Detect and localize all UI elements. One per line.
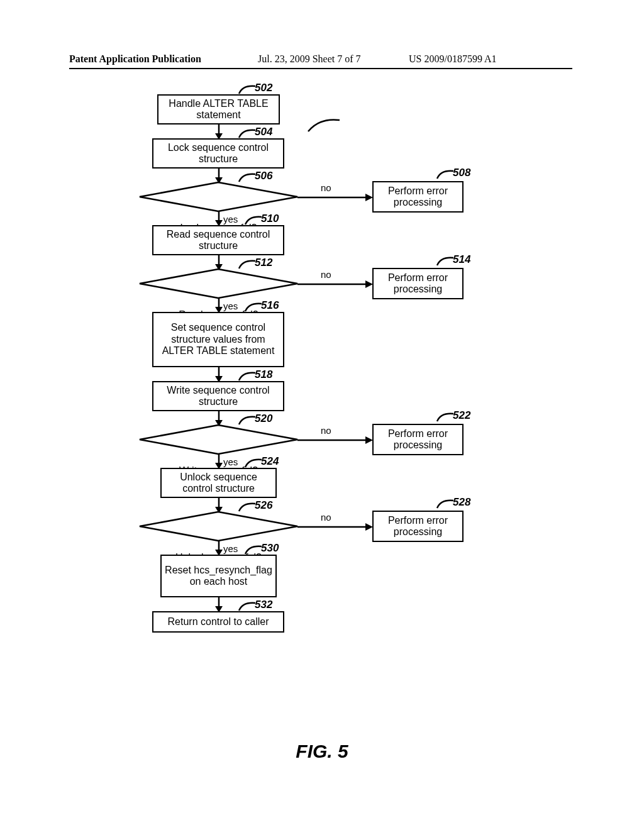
figure-caption: FIG. 5 <box>0 741 644 762</box>
leader-512-icon <box>238 258 257 270</box>
arrow-526-530 <box>214 541 224 556</box>
ref-522: 522 <box>453 409 470 422</box>
node-514: Perform error processing <box>372 268 464 299</box>
leader-508-icon <box>436 169 455 180</box>
ref-520: 520 <box>255 412 272 425</box>
ref-504: 504 <box>255 126 272 138</box>
ref-502: 502 <box>255 82 272 94</box>
node-524: Unlock sequence control structure <box>160 468 277 498</box>
node-506: Lock successful? <box>138 181 299 213</box>
leader-510-icon <box>244 214 263 226</box>
leader-528-icon <box>436 498 455 509</box>
svg-marker-11 <box>140 269 297 298</box>
ref-526: 526 <box>255 499 272 512</box>
node-526: Unlock successful? <box>138 511 299 542</box>
node-530: Reset hcs_resynch_flag on each host <box>160 555 277 597</box>
arrow-520-524 <box>214 454 224 469</box>
ref-506: 506 <box>255 170 272 182</box>
svg-marker-27 <box>140 512 297 541</box>
leader-514-icon <box>436 255 455 267</box>
leader-504-icon <box>238 128 257 139</box>
arrow-506-508 <box>297 192 373 202</box>
ref-516: 516 <box>261 299 279 312</box>
label-no-520: no <box>321 425 331 436</box>
label-no-526: no <box>321 512 331 523</box>
leader-518-icon <box>238 370 257 382</box>
ref-524: 524 <box>261 455 279 468</box>
node-520: Write successful? <box>138 424 299 455</box>
ref-514: 514 <box>453 253 470 266</box>
leader-530-icon <box>244 544 263 555</box>
label-yes-512: yes <box>223 301 238 311</box>
node-508: Perform error processing <box>372 181 464 213</box>
node-516: Set sequence control structure values fr… <box>152 312 284 367</box>
ref-532: 532 <box>255 599 272 611</box>
ref-508: 508 <box>453 167 470 179</box>
label-no-506: no <box>321 182 331 193</box>
leader-524-icon <box>244 457 263 468</box>
arrow-516-518 <box>214 367 224 382</box>
node-522: Perform error processing <box>372 424 464 455</box>
arrow-512-516 <box>214 298 224 313</box>
arrow-530-532 <box>214 597 224 612</box>
header-rule <box>69 68 572 69</box>
label-no-512: no <box>321 269 331 280</box>
arrow-512-514 <box>297 279 373 289</box>
ref-528: 528 <box>453 496 470 509</box>
ref-512: 512 <box>255 257 272 269</box>
leader-532-icon <box>238 600 257 612</box>
leader-526-icon <box>238 501 257 512</box>
label-yes-506: yes <box>223 214 238 224</box>
leader-522-icon <box>436 411 455 423</box>
svg-marker-20 <box>140 425 297 454</box>
ref-518: 518 <box>255 368 272 381</box>
header-middle: Jul. 23, 2009 Sheet 7 of 7 <box>258 53 361 65</box>
page-header: Patent Application Publication Jul. 23, … <box>69 53 572 65</box>
stray-curve-icon <box>307 116 341 135</box>
arrow-520-522 <box>297 435 373 445</box>
arrow-526-528 <box>297 522 373 532</box>
ref-510: 510 <box>261 213 279 225</box>
node-502: Handle ALTER TABLE statement <box>157 94 280 124</box>
node-518: Write sequence control structure <box>152 381 284 411</box>
flowchart: Handle ALTER TABLE statement 502 Lock se… <box>126 82 516 736</box>
svg-marker-4 <box>140 182 297 211</box>
label-yes-520: yes <box>223 456 238 467</box>
header-left: Patent Application Publication <box>69 53 201 64</box>
arrow-506-510 <box>214 211 224 226</box>
node-512: Read successful? <box>138 268 299 299</box>
arrow-502-504 <box>214 124 224 140</box>
node-504: Lock sequence control structure <box>152 138 284 169</box>
leader-516-icon <box>244 301 263 313</box>
node-510: Read sequence control structure <box>152 225 284 255</box>
header-right: US 2009/0187599 A1 <box>409 53 497 65</box>
node-528: Perform error processing <box>372 511 464 542</box>
ref-530: 530 <box>261 542 279 555</box>
node-532: Return control to caller <box>152 611 284 633</box>
leader-502-icon <box>238 84 257 95</box>
label-yes-526: yes <box>223 543 238 554</box>
leader-520-icon <box>238 414 257 426</box>
leader-506-icon <box>238 172 257 183</box>
